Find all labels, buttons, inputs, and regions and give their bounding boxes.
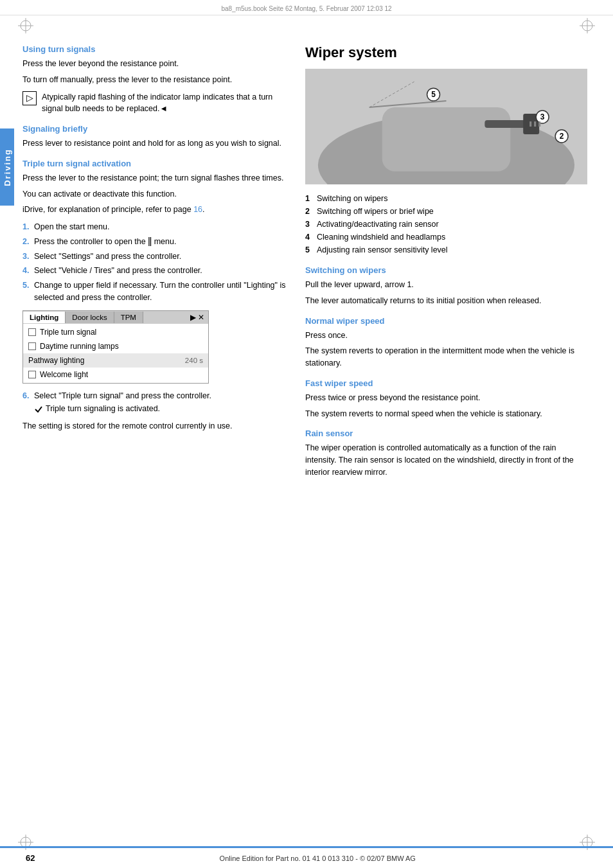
using-turn-signals-heading: Using turn signals — [22, 44, 286, 54]
svg-rect-26 — [534, 121, 536, 127]
row-value-pathway: 240 s — [185, 357, 203, 364]
wiper-item-3: 3Activating/deactivating rain sensor — [305, 218, 587, 231]
driving-side-tab: Driving — [0, 128, 14, 206]
note-box: ▷ Atypically rapid flashing of the indic… — [22, 91, 286, 116]
svg-text:3: 3 — [540, 112, 545, 121]
note-text: Atypically rapid flashing of the indicat… — [42, 91, 286, 116]
fast-speed-para1: Press twice or press beyond the resistan… — [305, 392, 587, 404]
print-header: ba8_m5us.book Seite 62 Montag, 5. Februa… — [0, 0, 613, 15]
ui-tabs: Lighting Door locks TPM ▶ ✕ — [23, 311, 208, 324]
fast-speed-heading: Fast wiper speed — [305, 378, 587, 388]
checkbox-welcome[interactable] — [28, 371, 36, 378]
svg-text:2: 2 — [560, 132, 564, 141]
ui-screenshot: Lighting Door locks TPM ▶ ✕ Triple turn … — [22, 310, 209, 384]
wiper-item-4: 4Cleaning windshield and headlamps — [305, 231, 587, 244]
corner-mark-tr — [580, 18, 595, 33]
ui-row-triple: Triple turn signal — [23, 325, 208, 339]
ui-row-daytime: Daytime running lamps — [23, 339, 208, 353]
steps-list-2: 6.Select "Triple turn signal" and press … — [22, 390, 286, 416]
checkbox-daytime[interactable] — [28, 342, 36, 350]
svg-text:5: 5 — [431, 90, 436, 99]
switching-para1: Pull the lever upward, arrow 1. — [305, 279, 587, 291]
normal-speed-para2: The system reverts to operation in the i… — [305, 345, 587, 369]
corner-mark-tl — [18, 18, 33, 33]
wiper-system-title: Wiper system — [305, 44, 587, 61]
ui-row-pathway: Pathway lighting 240 s — [23, 353, 208, 368]
steps-list: 1.Open the start menu. 2.Press the contr… — [22, 221, 286, 304]
switching-on-heading: Switching on wipers — [305, 265, 587, 275]
ui-row-welcome: Welcome light — [23, 368, 208, 382]
row-label-triple: Triple turn signal — [40, 328, 203, 337]
tab-door-locks[interactable]: Door locks — [66, 312, 114, 323]
triple-turn-heading: Triple turn signal activation — [22, 159, 286, 168]
tab-nav-icon: ▶ ✕ — [186, 311, 208, 324]
wiper-item-5: 5Adjusting rain sensor sensitivity level — [305, 244, 587, 256]
normal-speed-heading: Normal wiper speed — [305, 316, 587, 326]
fast-speed-para2: The system reverts to normal speed when … — [305, 408, 587, 420]
step-1: 1.Open the start menu. — [22, 221, 286, 233]
step-2: 2.Press the controller to open the ǁ men… — [22, 236, 286, 248]
check-icon — [34, 405, 43, 414]
step-4: 4.Select "Vehicle / Tires" and press the… — [22, 265, 286, 277]
normal-speed-para1: Press once. — [305, 330, 587, 342]
main-content: Using turn signals Press the lever beyon… — [0, 15, 613, 521]
svg-rect-27 — [538, 121, 540, 127]
left-column: Using turn signals Press the lever beyon… — [22, 44, 286, 483]
tab-lighting[interactable]: Lighting — [23, 312, 66, 323]
footer-text: Online Edition for Part no. 01 41 0 013 … — [48, 855, 587, 862]
step-6: 6.Select "Triple turn signal" and press … — [22, 390, 286, 416]
row-label-pathway: Pathway lighting — [28, 356, 181, 365]
svg-rect-25 — [529, 121, 531, 127]
rain-sensor-para1: The wiper operation is controlled automa… — [305, 442, 587, 478]
step-5: 5.Change to upper field if necessary. Tu… — [22, 279, 286, 304]
checkbox-triple[interactable] — [28, 328, 36, 336]
wiper-item-1: 1Switching on wipers — [305, 192, 587, 205]
page: ba8_m5us.book Seite 62 Montag, 5. Februa… — [0, 0, 613, 868]
signaling-briefly-para1: Press lever to resistance point and hold… — [22, 137, 286, 150]
note-icon: ▷ — [22, 91, 37, 105]
turn-signals-para2: To turn off manually, press the lever to… — [22, 74, 286, 86]
setting-stored-text: The setting is stored for the remote con… — [22, 420, 286, 432]
wiper-item-2: 2Switching off wipers or brief wipe — [305, 205, 587, 218]
page-number: 62 — [26, 853, 35, 863]
footer: 62 Online Edition for Part no. 01 41 0 0… — [0, 846, 613, 868]
check-note: Triple turn signaling is activated. — [34, 403, 286, 415]
switching-para2: The lever automatically returns to its i… — [305, 295, 587, 307]
rain-sensor-heading: Rain sensor — [305, 429, 587, 438]
wiper-items-list: 1Switching on wipers 2Switching off wipe… — [305, 192, 587, 256]
svg-rect-14 — [382, 107, 511, 172]
step-3: 3.Select "Settings" and press the contro… — [22, 251, 286, 263]
wiper-diagram: 5 3 2 — [305, 69, 587, 184]
turn-signals-para1: Press the lever beyond the resistance po… — [22, 58, 286, 70]
side-tab-label: Driving — [3, 148, 12, 186]
ui-rows: Triple turn signal Daytime running lamps… — [23, 324, 208, 383]
triple-para1: Press the lever to the resistance point;… — [22, 172, 286, 184]
triple-para2: You can activate or deactivate this func… — [22, 188, 286, 200]
signaling-briefly-heading: Signaling briefly — [22, 124, 286, 134]
page-link[interactable]: 16 — [193, 205, 202, 214]
row-label-daytime: Daytime running lamps — [40, 342, 203, 351]
file-info: ba8_m5us.book Seite 62 Montag, 5. Februa… — [221, 5, 391, 12]
right-column: Wiper system 5 3 — [305, 44, 587, 483]
row-label-welcome: Welcome light — [40, 370, 203, 379]
tab-tpm[interactable]: TPM — [114, 312, 143, 323]
triple-para3: iDrive, for explanation of principle, re… — [22, 204, 286, 216]
